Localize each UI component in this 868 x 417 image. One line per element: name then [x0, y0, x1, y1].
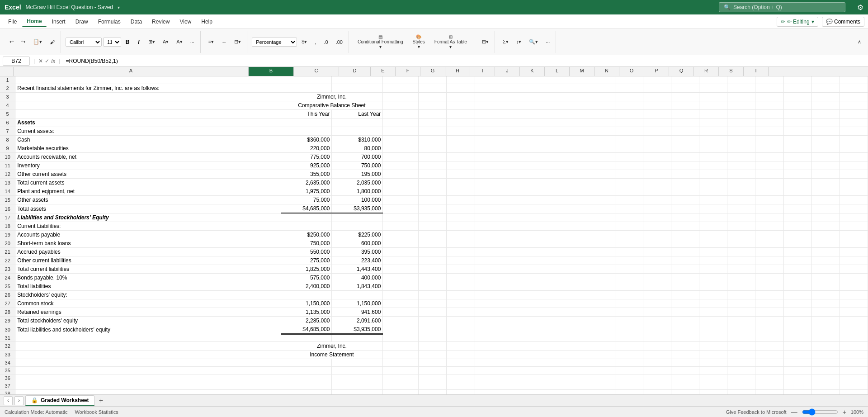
grid-cell-empty[interactable] [383, 359, 419, 367]
grid-cell-empty[interactable] [447, 351, 475, 359]
menu-draw[interactable]: Draw [71, 17, 93, 27]
chevron-down-icon[interactable]: ▾ [118, 5, 120, 10]
grid-cell-empty[interactable] [699, 317, 727, 325]
grid-cell-empty[interactable] [587, 382, 615, 390]
grid-cell-empty[interactable] [559, 153, 587, 161]
grid-cell-empty[interactable] [383, 93, 419, 101]
grid-cell-empty[interactable] [531, 76, 559, 84]
grid-cell-empty[interactable] [643, 342, 671, 351]
grid-cell-empty[interactable] [419, 390, 447, 395]
grid-cell-empty[interactable] [15, 382, 281, 390]
grid-cell-empty[interactable] [699, 367, 727, 374]
grid-cell-empty[interactable] [727, 231, 755, 239]
row-header[interactable]: 8 [0, 136, 15, 144]
grid-cell-empty[interactable] [419, 204, 447, 213]
grid-cell-empty[interactable] [643, 317, 671, 325]
grid-cell-empty[interactable] [699, 84, 727, 93]
grid-cell[interactable]: $225,000 [332, 231, 383, 239]
grid-cell-empty[interactable] [615, 204, 643, 213]
grid-cell-empty[interactable] [447, 144, 475, 153]
grid-cell-empty[interactable] [383, 367, 419, 374]
grid-cell-empty[interactable] [281, 390, 332, 395]
grid-cell-empty[interactable] [840, 317, 868, 325]
grid-cell-empty[interactable] [755, 161, 783, 170]
grid-cell-empty[interactable] [447, 101, 475, 110]
grid-cell-empty[interactable] [755, 265, 783, 274]
grid-cell-empty[interactable] [531, 274, 559, 282]
grid-cell-empty[interactable] [419, 374, 447, 382]
grid-cell-empty[interactable] [475, 248, 503, 256]
grid-cell-empty[interactable] [503, 179, 531, 187]
grid-cell-empty[interactable] [783, 231, 811, 239]
grid-cell-empty[interactable] [475, 265, 503, 274]
grid-cell-empty[interactable] [727, 291, 755, 299]
grid-cell-empty[interactable] [615, 374, 643, 382]
grid-cell-empty[interactable] [840, 118, 868, 127]
grid-cell-empty[interactable] [447, 390, 475, 395]
grid-cell-empty[interactable] [699, 256, 727, 265]
grid-cell-empty[interactable] [15, 390, 281, 395]
grid-cell[interactable]: 275,000 [281, 256, 332, 265]
grid-cell-empty[interactable] [840, 136, 868, 144]
grid-cell-empty[interactable] [531, 248, 559, 256]
grid-cell-empty[interactable] [559, 299, 587, 308]
grid-cell-empty[interactable] [755, 334, 783, 342]
grid-cell-empty[interactable] [755, 136, 783, 144]
grid-cell-empty[interactable] [643, 256, 671, 265]
conditional-formatting-button[interactable]: ▤ Conditional Formatting ▾ [354, 32, 407, 52]
grid-cell-empty[interactable] [475, 76, 503, 84]
grid-cell[interactable]: 1,975,000 [281, 187, 332, 196]
grid-cell-empty[interactable] [643, 359, 671, 367]
grid-cell[interactable]: $4,685,000 [281, 325, 332, 334]
grid-cell-empty[interactable] [727, 213, 755, 222]
grid-cell-empty[interactable] [699, 204, 727, 213]
grid-cell-empty[interactable] [643, 110, 671, 118]
grid-cell-empty[interactable] [531, 144, 559, 153]
row-header[interactable]: 21 [0, 248, 15, 256]
row-header[interactable]: 33 [0, 351, 15, 359]
grid-cell-empty[interactable] [643, 136, 671, 144]
grid-cell-empty[interactable] [811, 187, 840, 196]
row-header[interactable]: 13 [0, 179, 15, 187]
grid-cell[interactable]: 550,000 [281, 248, 332, 256]
grid-cell-empty[interactable] [531, 93, 559, 101]
grid-cell-empty[interactable] [383, 144, 419, 153]
grid-cell[interactable]: $3,935,000 [332, 204, 383, 213]
grid-cell-empty[interactable] [281, 367, 332, 374]
grid-cell-empty[interactable] [699, 274, 727, 282]
grid-cell-empty[interactable] [475, 170, 503, 179]
grid-cell[interactable]: Income Statement [281, 351, 383, 359]
grid-cell-empty[interactable] [503, 118, 531, 127]
grid-cell-empty[interactable] [419, 222, 447, 231]
grid-cell-empty[interactable] [531, 118, 559, 127]
grid-cell-empty[interactable] [699, 153, 727, 161]
grid-cell-empty[interactable] [559, 110, 587, 118]
grid-cell-empty[interactable] [447, 153, 475, 161]
grid-cell-empty[interactable] [783, 179, 811, 187]
grid-cell-empty[interactable] [503, 196, 531, 204]
grid-cell-empty[interactable] [503, 265, 531, 274]
row-header[interactable]: 25 [0, 282, 15, 291]
menu-formulas[interactable]: Formulas [94, 17, 125, 27]
grid-cell-empty[interactable] [531, 265, 559, 274]
grid-cell-empty[interactable] [643, 170, 671, 179]
grid-cell-empty[interactable] [587, 187, 615, 196]
grid-cell-empty[interactable] [531, 282, 559, 291]
grid-cell-empty[interactable] [755, 127, 783, 136]
grid-cell-empty[interactable] [419, 136, 447, 144]
grid-cell-empty[interactable] [475, 239, 503, 248]
grid-cell-empty[interactable] [531, 390, 559, 395]
grid-cell-empty[interactable] [503, 390, 531, 395]
sum-button[interactable]: Σ▾ [500, 37, 512, 47]
col-header-E[interactable]: E [371, 67, 396, 76]
grid-cell-empty[interactable] [475, 282, 503, 291]
grid-cell-empty[interactable] [383, 390, 419, 395]
grid-cell-empty[interactable] [615, 76, 643, 84]
grid-cell-empty[interactable] [475, 382, 503, 390]
grid-cell-empty[interactable] [559, 127, 587, 136]
grid-cell-empty[interactable] [643, 161, 671, 170]
grid-cell-empty[interactable] [615, 265, 643, 274]
grid-cell[interactable]: 355,000 [281, 170, 332, 179]
grid-cell[interactable]: Zimmer, Inc. [281, 342, 383, 351]
grid-cell-empty[interactable] [811, 204, 840, 213]
